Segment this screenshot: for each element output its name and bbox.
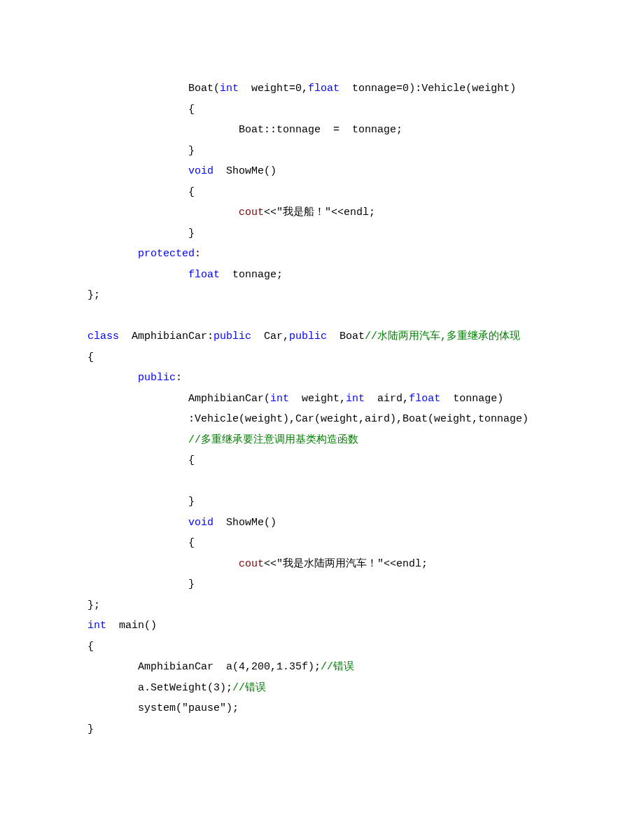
code-line: { bbox=[88, 533, 609, 554]
code-token: protected bbox=[138, 248, 195, 260]
code-line: system("pause"); bbox=[88, 698, 609, 719]
code-token: weight=0, bbox=[239, 83, 308, 95]
code-token: Boat bbox=[327, 331, 365, 342]
code-line bbox=[88, 471, 609, 492]
code-line: { bbox=[88, 450, 609, 471]
code-line: cout<<"我是船！"<<endl; bbox=[88, 202, 609, 223]
code-line: :Vehicle(weight),Car(weight,aird),Boat(w… bbox=[88, 409, 609, 430]
code-line: } bbox=[88, 574, 609, 595]
code-line: public: bbox=[88, 368, 609, 389]
code-token: float bbox=[308, 83, 340, 95]
code-token: cout bbox=[239, 207, 264, 218]
code-token: main() bbox=[106, 620, 157, 632]
code-line: { bbox=[88, 347, 609, 368]
code-line: } bbox=[88, 492, 609, 513]
code-token: Car, bbox=[251, 331, 289, 342]
code-token: int bbox=[346, 393, 365, 405]
code-line: cout<<"我是水陆两用汽车！"<<endl; bbox=[88, 554, 609, 575]
code-line: protected: bbox=[88, 244, 609, 265]
code-line: AmphibianCar(int weight,int aird,float t… bbox=[88, 389, 609, 410]
code-token: AmphibianCar( bbox=[188, 393, 270, 405]
code-token: ShowMe() bbox=[214, 165, 276, 177]
code-block: Boat(int weight=0,float tonnage=0):Vehic… bbox=[88, 78, 609, 739]
code-token: //多重继承要注意调用基类构造函数 bbox=[188, 434, 358, 446]
code-token: : bbox=[195, 248, 201, 260]
code-token: AmphibianCar: bbox=[119, 331, 214, 342]
code-token: } bbox=[188, 496, 195, 508]
code-token: { bbox=[188, 537, 195, 549]
code-line: { bbox=[88, 637, 609, 658]
code-token: { bbox=[188, 454, 195, 466]
code-line: } bbox=[88, 141, 609, 162]
code-token: : bbox=[176, 372, 182, 384]
code-token: aird, bbox=[365, 393, 409, 405]
code-line: class AmphibianCar:public Car,public Boa… bbox=[88, 326, 609, 347]
code-token: public bbox=[289, 331, 327, 342]
code-line: void ShowMe() bbox=[88, 513, 609, 534]
code-token: //水陆两用汽车,多重继承的体现 bbox=[365, 331, 520, 342]
code-token: :Vehicle(weight),Car(weight,aird),Boat(w… bbox=[188, 413, 528, 425]
code-line: } bbox=[88, 223, 609, 244]
code-token: Boat( bbox=[188, 83, 220, 95]
code-page: Boat(int weight=0,float tonnage=0):Vehic… bbox=[0, 0, 644, 781]
code-line: } bbox=[88, 719, 609, 740]
code-token: { bbox=[188, 104, 195, 116]
code-token: cout bbox=[239, 558, 264, 570]
code-token: float bbox=[188, 269, 220, 281]
code-line: AmphibianCar a(4,200,1.35f);//错误 bbox=[88, 657, 609, 678]
code-token: void bbox=[188, 517, 214, 529]
code-line: }; bbox=[88, 595, 609, 616]
code-token: AmphibianCar a(4,200,1.35f); bbox=[138, 661, 321, 673]
code-token: void bbox=[188, 165, 214, 177]
code-token: tonnage=0):Vehicle(weight) bbox=[340, 83, 516, 95]
code-line: Boat::tonnage = tonnage; bbox=[88, 120, 609, 141]
code-token: int bbox=[220, 83, 239, 95]
code-line: { bbox=[88, 182, 609, 203]
code-token: <<"我是船！"<<endl; bbox=[264, 207, 375, 218]
code-token: int bbox=[270, 393, 289, 405]
code-token: class bbox=[88, 331, 119, 342]
code-line: Boat(int weight=0,float tonnage=0):Vehic… bbox=[88, 78, 609, 99]
code-token: public bbox=[214, 331, 251, 342]
code-line: void ShowMe() bbox=[88, 161, 609, 182]
code-token: } bbox=[188, 145, 195, 157]
code-token: } bbox=[188, 578, 195, 590]
code-line: float tonnage; bbox=[88, 265, 609, 286]
code-token: int bbox=[88, 620, 106, 632]
code-token: tonnage; bbox=[220, 269, 283, 281]
code-token: system("pause"); bbox=[138, 702, 239, 714]
code-token: weight, bbox=[289, 393, 346, 405]
code-token: { bbox=[188, 186, 195, 198]
code-token: ShowMe() bbox=[214, 517, 276, 529]
code-token: //错误 bbox=[232, 682, 266, 694]
code-token: a.SetWeight(3); bbox=[138, 682, 232, 694]
code-line: int main() bbox=[88, 616, 609, 637]
code-line: a.SetWeight(3);//错误 bbox=[88, 678, 609, 699]
code-token: { bbox=[88, 641, 94, 653]
code-token: } bbox=[188, 228, 195, 239]
code-line: { bbox=[88, 99, 609, 120]
code-token: float bbox=[409, 393, 440, 405]
code-line: //多重继承要注意调用基类构造函数 bbox=[88, 430, 609, 451]
code-token: tonnage) bbox=[440, 393, 503, 405]
code-token: <<"我是水陆两用汽车！"<<endl; bbox=[264, 558, 428, 570]
code-token: }; bbox=[88, 289, 100, 301]
code-line: }; bbox=[88, 285, 609, 306]
code-line bbox=[88, 306, 609, 327]
code-token: } bbox=[88, 723, 94, 735]
code-token: public bbox=[138, 372, 176, 384]
code-token: }; bbox=[88, 599, 100, 611]
code-token: { bbox=[88, 352, 94, 363]
code-token: Boat::tonnage = tonnage; bbox=[239, 124, 402, 136]
code-token: //错误 bbox=[321, 661, 354, 673]
